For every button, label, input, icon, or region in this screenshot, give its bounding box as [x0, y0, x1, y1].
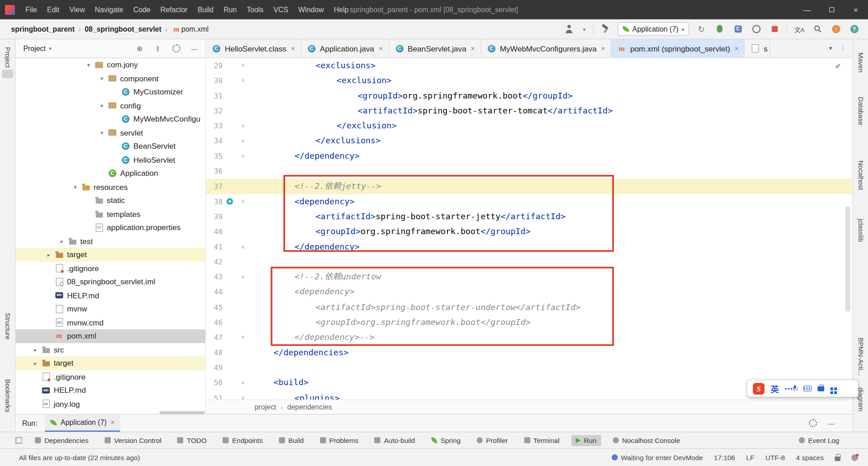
fold-marker[interactable]: ∧: [237, 149, 249, 164]
code-line[interactable]: 32<artifactId>spring-boot-starter-tomcat…: [206, 104, 853, 118]
code-line[interactable]: 47∧</dependency>-->: [206, 330, 853, 345]
user-icon[interactable]: [563, 23, 576, 35]
chevron-down-icon[interactable]: ▾: [96, 130, 107, 136]
hide-panel-icon[interactable]: —: [190, 44, 199, 53]
project-panel-title[interactable]: Project: [23, 44, 46, 52]
tool-stripe-database[interactable]: Database: [853, 97, 868, 125]
tree-item[interactable]: static: [15, 194, 205, 207]
code-line[interactable]: 36: [206, 164, 853, 179]
menu-file[interactable]: File: [20, 0, 42, 19]
tool-window-button-todo[interactable]: TODO: [173, 435, 211, 446]
run-tab[interactable]: Application (7) ×: [45, 414, 120, 432]
code-line[interactable]: 46<groupId>org.springframework.boot</gro…: [206, 315, 853, 330]
breadcrumb-item[interactable]: pom.xml: [181, 25, 208, 33]
microphone-icon[interactable]: [793, 385, 797, 392]
minimize-button[interactable]: —: [795, 0, 819, 19]
tool-window-button-auto-build[interactable]: Auto-build: [370, 435, 420, 446]
translate-icon[interactable]: 文A: [793, 23, 806, 35]
editor-tab[interactable]: s: [745, 39, 770, 57]
gear-icon[interactable]: [808, 419, 817, 428]
tree-item[interactable]: jony.log: [15, 397, 205, 411]
grid-icon[interactable]: [830, 387, 833, 390]
build-hammer-icon[interactable]: [600, 23, 612, 35]
sogou-logo-icon[interactable]: S: [753, 383, 764, 395]
code-line[interactable]: 33∧</exclusion>: [206, 118, 853, 133]
coverage-icon[interactable]: [732, 23, 744, 35]
editor-tab[interactable]: HelloServlet.class×: [206, 39, 301, 57]
fold-marker[interactable]: ∨: [237, 73, 249, 88]
tree-item[interactable]: .gitignore: [15, 262, 205, 275]
chevron-down-icon[interactable]: ▾: [96, 75, 107, 81]
fold-marker[interactable]: ∧: [237, 330, 249, 345]
close-icon[interactable]: ×: [601, 44, 605, 52]
close-icon[interactable]: ×: [291, 44, 295, 52]
tool-stripe-button[interactable]: [2, 70, 13, 78]
tree-item[interactable]: ▸test: [15, 235, 205, 248]
chevron-down-icon[interactable]: ▾: [49, 46, 52, 51]
menu-build[interactable]: Build: [193, 0, 218, 19]
tree-item[interactable]: ▸target: [15, 357, 205, 370]
tree-item[interactable]: Application: [15, 167, 205, 180]
code-line[interactable]: 49: [206, 360, 853, 375]
help-icon[interactable]: [848, 23, 860, 35]
fold-marker[interactable]: ∧: [237, 240, 249, 254]
tree-item[interactable]: ▾component: [15, 72, 205, 85]
update-icon[interactable]: [830, 23, 842, 35]
tree-item[interactable]: MyWebMvcConfigu: [15, 113, 205, 126]
code-line[interactable]: 43∨<!--2.依赖undertow: [206, 270, 853, 285]
rerun-icon[interactable]: ↻: [695, 23, 708, 35]
menu-window[interactable]: Window: [293, 0, 329, 19]
chevron-right-icon[interactable]: ▸: [43, 252, 54, 258]
tree-item[interactable]: mvnw.cmd: [15, 316, 205, 329]
close-icon[interactable]: ×: [471, 44, 475, 52]
locate-file-icon[interactable]: ⊕: [135, 44, 144, 53]
menu-refactor[interactable]: Refactor: [156, 0, 193, 19]
breadcrumb-item[interactable]: 08_springboot_servlet: [85, 25, 161, 33]
caret-position[interactable]: 17:106: [714, 453, 735, 461]
tool-window-button-build[interactable]: Build: [274, 435, 308, 446]
tree-item[interactable]: mvnw: [15, 302, 205, 316]
tool-stripe-nocalhost[interactable]: Nocalhost: [853, 160, 868, 190]
tool-window-button-nocalhost-console[interactable]: Nocalhost Console: [608, 435, 684, 446]
profiler-icon[interactable]: [750, 23, 762, 35]
lock-icon[interactable]: [835, 457, 840, 461]
hide-panel-icon[interactable]: —: [827, 419, 836, 428]
tool-window-button-run[interactable]: Run: [571, 435, 601, 446]
code-line[interactable]: 34∧</exclusions>: [206, 134, 853, 149]
vcs-status[interactable]: All files are up-to-date (22 minutes ago…: [19, 453, 140, 461]
chevron-down-icon[interactable]: ▾: [83, 62, 94, 68]
more-icon[interactable]: ⋮: [840, 45, 846, 52]
close-icon[interactable]: ×: [735, 44, 739, 52]
code-line[interactable]: 29∨<exclusions>: [206, 58, 853, 73]
tool-window-button-dependencies[interactable]: Dependencies: [30, 435, 93, 446]
code-line[interactable]: 30∨<exclusion>: [206, 73, 853, 88]
fold-marker[interactable]: ∧: [237, 118, 249, 133]
menu-run[interactable]: Run: [218, 0, 241, 19]
tree-item[interactable]: HelloServlet: [15, 153, 205, 167]
code-line[interactable]: 39<artifactId>spring-boot-starter-jetty<…: [206, 209, 853, 224]
code-line[interactable]: 41∧</dependency>: [206, 240, 853, 254]
tool-stripe-bpmn-acti-[interactable]: BPMN-Acti...: [853, 338, 868, 376]
code-line[interactable]: 48</dependencies>: [206, 345, 853, 360]
chevron-down-icon[interactable]: ▾: [829, 45, 832, 52]
chevron-right-icon[interactable]: ▸: [30, 360, 41, 366]
fold-marker[interactable]: ∧: [237, 134, 249, 149]
tool-window-button-profiler[interactable]: Profiler: [472, 435, 512, 446]
fold-marker[interactable]: ∨: [237, 58, 249, 73]
tool-window-button-problems[interactable]: Problems: [316, 435, 363, 446]
notification-icon[interactable]: [851, 454, 858, 461]
fold-marker[interactable]: ∨: [237, 270, 249, 285]
menu-vcs[interactable]: VCS: [269, 0, 293, 19]
close-icon[interactable]: ×: [110, 419, 114, 427]
stop-icon[interactable]: [769, 23, 781, 35]
code-line[interactable]: 38∨<dependency>: [206, 194, 853, 209]
search-everywhere-icon[interactable]: [811, 23, 824, 35]
gear-icon[interactable]: [172, 44, 181, 53]
tree-item[interactable]: BeanServlet: [15, 140, 205, 153]
fold-marker[interactable]: ∨: [237, 194, 249, 209]
tree-item[interactable]: ▸target: [15, 248, 205, 262]
keyboard-icon[interactable]: [803, 386, 811, 391]
gutter-icon[interactable]: [226, 198, 233, 205]
collapse-all-icon[interactable]: ∧∧: [153, 44, 162, 53]
tree-item[interactable]: ▾resources: [15, 180, 205, 194]
